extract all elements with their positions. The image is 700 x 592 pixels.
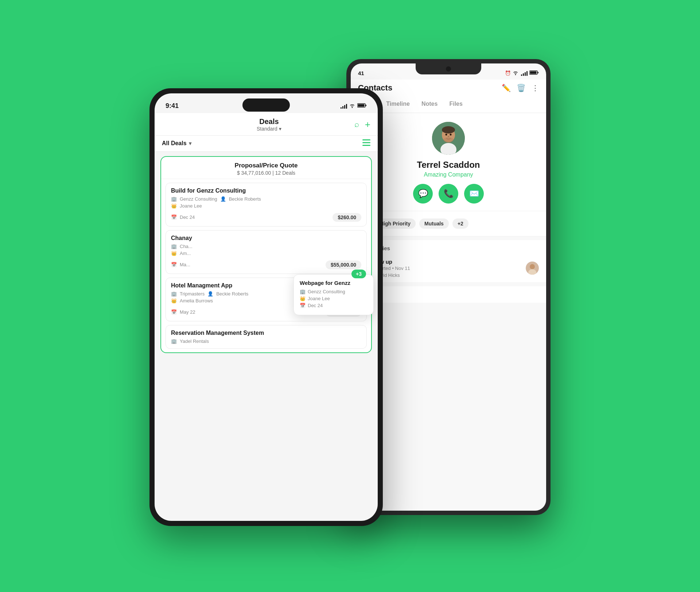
app-subtitle: Standard ▾ — [184, 126, 354, 132]
filter-label[interactable]: All Deals ▾ — [162, 140, 191, 147]
deal-stage-title: Proposal/Price Quote — [167, 162, 365, 169]
contacts-header-icons: ✏️ 🗑️ ⋮ — [502, 84, 539, 92]
deal-stage-meta: $ 34,77,016.00 | 12 Deals — [167, 170, 365, 176]
activity-meta: Not Started • Nov 11 — [367, 266, 521, 271]
popup-calendar-icon: 📅 — [300, 303, 306, 308]
header-icons: ⌕ + — [354, 119, 370, 130]
email-icon: ✉️ — [469, 189, 479, 198]
svg-point-16 — [443, 137, 454, 143]
contacts-header: Contacts ✏️ 🗑️ ⋮ — [351, 80, 546, 96]
battery-icon — [357, 103, 367, 109]
person-icon: 👤 — [220, 196, 226, 202]
deals-scroll-area[interactable]: Proposal/Price Quote $ 34,77,016.00 | 12… — [155, 152, 378, 521]
tag-more[interactable]: +2 — [452, 218, 468, 229]
wifi-icon — [349, 103, 355, 109]
app-header-center: Deals Standard ▾ — [184, 117, 354, 132]
deal-title: Build for Genzz Consulting — [171, 187, 361, 194]
message-btn[interactable]: 💬 — [413, 184, 433, 204]
wifi-icon-right — [513, 70, 518, 76]
deal-meta-chanay: 🏢 Cha... 👑 Am... 📅 Ma... — [171, 244, 361, 269]
building-icon-4: 🏢 — [171, 338, 177, 344]
svg-rect-2 — [365, 105, 366, 106]
phone-icon: 📞 — [444, 189, 454, 198]
app-header: Deals Standard ▾ ⌕ + — [155, 113, 378, 136]
battery-icon-right — [529, 70, 539, 76]
status-icons — [341, 103, 367, 109]
contact-avatar — [432, 122, 465, 155]
phone-left: 9:41 — [149, 88, 383, 526]
deal-item[interactable]: Build for Genzz Consulting 🏢 Genzz Consu… — [166, 183, 367, 227]
calendar-icon: 📅 — [171, 214, 177, 220]
contact-actions: 💬 📞 ✉️ — [413, 184, 484, 204]
notch-camera — [446, 66, 451, 71]
tab-notes[interactable]: Notes — [416, 96, 443, 113]
deal-price-chanay: $55,000.00 — [326, 260, 361, 269]
status-icons-right: ⏰ — [505, 70, 539, 76]
svg-point-19 — [530, 264, 535, 269]
signal-bars-right — [521, 71, 528, 76]
message-icon: 💬 — [418, 189, 428, 198]
svg-rect-8 — [537, 72, 538, 73]
popup-building-icon: 🏢 — [300, 289, 306, 294]
svg-point-13 — [446, 134, 447, 135]
delete-icon[interactable]: 🗑️ — [517, 84, 526, 92]
phones-container: 9:41 — [149, 59, 551, 533]
search-icon[interactable]: ⌕ — [354, 120, 359, 129]
popup-badge: +3 — [351, 270, 366, 278]
activity-avatar — [526, 262, 539, 275]
deal-item-reservation[interactable]: Reservation Management System 🏢 Yadel Re… — [166, 325, 367, 349]
building-icon: 🏢 — [171, 196, 177, 202]
app-title: Deals — [184, 117, 354, 126]
activity-assignee-row: 👥 David Hicks — [367, 272, 521, 278]
edit-icon[interactable]: ✏️ — [502, 84, 511, 92]
tab-files[interactable]: Files — [443, 96, 468, 113]
deal-stage-header: Proposal/Price Quote $ 34,77,016.00 | 12… — [161, 157, 371, 179]
svg-point-11 — [442, 126, 455, 134]
alarm-icon: ⏰ — [505, 70, 511, 76]
svg-rect-7 — [530, 71, 537, 74]
building-icon-3: 🏢 — [171, 291, 177, 297]
signal-bars-icon — [341, 104, 347, 109]
add-icon[interactable]: + — [365, 119, 370, 130]
deal-stage-card: Proposal/Price Quote $ 34,77,016.00 | 12… — [160, 156, 372, 353]
list-icon[interactable] — [362, 139, 370, 148]
deal-price: $260.00 — [332, 213, 361, 222]
email-btn[interactable]: ✉️ — [464, 184, 484, 204]
contact-name: Terrel Scaddon — [417, 160, 480, 170]
activity-content: Follow up Not Started • Nov 11 👥 David H… — [367, 259, 521, 278]
popup-crown-icon: 👑 — [300, 296, 306, 301]
tab-timeline[interactable]: Timeline — [380, 96, 416, 113]
tag-mutuals[interactable]: Mutuals — [419, 218, 449, 229]
calendar-icon-2: 📅 — [171, 262, 177, 267]
activity-title: Follow up — [367, 259, 521, 265]
avatar-svg — [432, 122, 465, 155]
popup-card[interactable]: +3 Webpage for Genzz 🏢 Genzz Consulting … — [293, 274, 374, 315]
svg-rect-3 — [362, 139, 370, 140]
popup-title: Webpage for Genzz — [300, 280, 368, 286]
crown-icon: 👑 — [171, 203, 177, 209]
deal-item-chanay[interactable]: Chanay 🏢 Cha... 👑 Am... — [166, 230, 367, 274]
status-time-right: 41 — [358, 70, 364, 76]
svg-rect-5 — [362, 145, 370, 146]
open-deals-title: en Deals — [358, 291, 539, 298]
notch — [416, 63, 481, 74]
status-time: 9:41 — [166, 102, 179, 110]
svg-point-15 — [448, 136, 449, 137]
filter-bar: All Deals ▾ — [155, 136, 378, 152]
svg-rect-1 — [358, 104, 365, 107]
person-icon-3: 👤 — [207, 291, 213, 297]
contact-company: Amazing Company — [424, 171, 473, 178]
building-icon-2: 🏢 — [171, 244, 177, 249]
calendar-icon-3: 📅 — [171, 309, 177, 315]
svg-point-14 — [450, 134, 452, 135]
crown-icon-2: 👑 — [171, 251, 177, 256]
more-icon[interactable]: ⋮ — [532, 84, 539, 92]
dynamic-island — [242, 98, 290, 112]
deal-title-reservation: Reservation Management System — [171, 330, 361, 336]
svg-rect-4 — [362, 142, 370, 143]
crown-icon-3: 👑 — [171, 298, 177, 303]
deal-title-chanay: Chanay — [171, 235, 361, 241]
deal-meta: 🏢 Genzz Consulting 👤 Beckie Roberts 👑 Jo… — [171, 196, 361, 222]
call-btn[interactable]: 📞 — [439, 184, 458, 204]
